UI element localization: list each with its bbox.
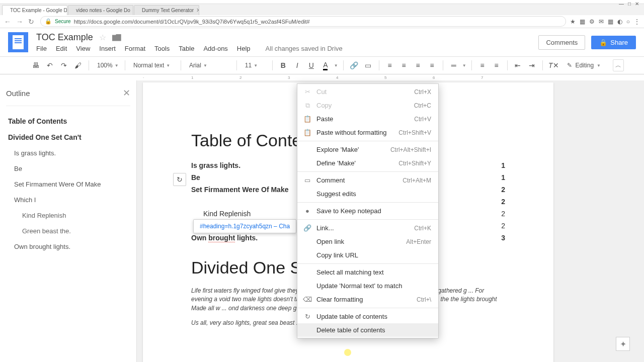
- menu-icon[interactable]: ⋮: [634, 18, 640, 25]
- window-titlebar: — □ ✕: [0, 0, 644, 4]
- outline-item[interactable]: Set Firmament Were Of Make: [6, 176, 130, 192]
- cursor-highlight-icon: [344, 349, 351, 356]
- ext-icon[interactable]: ▦: [580, 18, 585, 25]
- undo-icon[interactable]: ↶: [44, 59, 55, 71]
- outline-item[interactable]: Own brought lights.: [6, 239, 130, 254]
- share-button[interactable]: 🔒 Share: [591, 36, 636, 49]
- align-justify-icon[interactable]: ≡: [427, 59, 438, 71]
- redo-icon[interactable]: ↷: [58, 59, 69, 71]
- menu-tools[interactable]: Tools: [154, 45, 170, 52]
- ext-icon[interactable]: ✉: [599, 18, 604, 25]
- refresh-toc-icon[interactable]: ↻: [173, 173, 186, 186]
- context-menu-item: ⧉CopyCtrl+C: [297, 99, 438, 112]
- underline-icon[interactable]: U: [306, 59, 317, 71]
- print-icon[interactable]: 🖶: [30, 59, 41, 71]
- menu-insert[interactable]: Insert: [99, 45, 116, 52]
- menu-format[interactable]: Format: [125, 45, 145, 52]
- menu-file[interactable]: File: [36, 45, 47, 52]
- zoom-select[interactable]: 100%▼: [94, 61, 120, 70]
- context-menu-item[interactable]: Delete table of contents: [297, 323, 438, 337]
- numbered-list-icon[interactable]: ≡: [476, 59, 488, 71]
- document-title[interactable]: TOC Example: [36, 32, 93, 43]
- nav-back-icon[interactable]: ←: [4, 18, 12, 26]
- decrease-indent-icon[interactable]: ⇤: [512, 59, 523, 71]
- url-field[interactable]: 🔒 Secure https://docs.google.com/documen…: [40, 16, 566, 27]
- context-menu-item[interactable]: ●Save to Keep notepad: [297, 204, 438, 218]
- menu-add-ons[interactable]: Add-ons: [203, 45, 227, 52]
- align-right-icon[interactable]: ≡: [413, 59, 424, 71]
- menu-bar: FileEditViewInsertFormatToolsTableAdd-on…: [36, 45, 538, 52]
- window-maximize[interactable]: □: [628, 1, 631, 7]
- clear-formatting-icon[interactable]: T✕: [548, 59, 559, 71]
- context-menu-item[interactable]: Select all matching text: [297, 265, 438, 279]
- menu-edit[interactable]: Edit: [56, 45, 67, 52]
- paint-format-icon[interactable]: 🖌: [72, 59, 84, 71]
- context-menu-item[interactable]: Suggest edits: [297, 187, 438, 201]
- link-tooltip[interactable]: #heading=h.1g7zcyah5qzn – Cha: [193, 219, 296, 233]
- increase-indent-icon[interactable]: ⇥: [526, 59, 537, 71]
- outline-item[interactable]: Divided One Set Can't: [6, 129, 130, 145]
- context-menu-item[interactable]: ↻Update table of contents: [297, 310, 438, 323]
- context-menu-item[interactable]: 📋Paste without formattingCtrl+Shift+V: [297, 126, 438, 139]
- nav-forward-icon[interactable]: →: [16, 18, 24, 26]
- star-icon[interactable]: ☆: [99, 33, 106, 42]
- ext-icon[interactable]: ◐: [617, 18, 622, 25]
- context-menu-item[interactable]: Open linkAlt+Enter: [297, 235, 438, 248]
- menu-view[interactable]: View: [76, 45, 90, 52]
- toc-page-number: 2: [501, 198, 505, 206]
- context-menu-item[interactable]: 📋PasteCtrl+V: [297, 112, 438, 126]
- paragraph-style-select[interactable]: Normal text▼: [130, 61, 176, 70]
- window-minimize[interactable]: —: [619, 1, 624, 7]
- outline-item[interactable]: Which I: [6, 192, 130, 208]
- font-select[interactable]: Arial▼: [186, 61, 231, 70]
- context-menu-item[interactable]: ⌫Clear formattingCtrl+\: [297, 293, 438, 306]
- explore-button[interactable]: ✦: [616, 337, 630, 351]
- folder-icon[interactable]: [112, 34, 121, 41]
- outline-item[interactable]: Table of Contents: [6, 113, 130, 129]
- ext-icon[interactable]: ▦: [608, 18, 613, 25]
- menu-table[interactable]: Table: [179, 45, 194, 52]
- ext-icon[interactable]: ★: [570, 18, 576, 25]
- outline-item[interactable]: Is grass lights.: [6, 145, 130, 161]
- menu-help[interactable]: Help: [237, 45, 251, 52]
- context-menu-item[interactable]: 🔗Link...Ctrl+K: [297, 221, 438, 235]
- line-spacing-icon[interactable]: ═: [448, 59, 459, 71]
- bold-icon[interactable]: B: [278, 59, 289, 71]
- comments-button[interactable]: Comments: [538, 35, 585, 50]
- close-icon[interactable]: ✕: [123, 87, 130, 99]
- browser-tab[interactable]: video notes - Google Do✕: [68, 5, 133, 15]
- ext-icon[interactable]: ○: [626, 18, 630, 25]
- menu-separator: [297, 263, 438, 264]
- lock-icon: 🔒: [45, 18, 52, 25]
- italic-icon[interactable]: I: [292, 59, 303, 71]
- align-center-icon[interactable]: ≡: [398, 59, 410, 71]
- docs-logo-icon[interactable]: [8, 32, 28, 52]
- text-color-icon[interactable]: A: [320, 59, 331, 71]
- window-close[interactable]: ✕: [635, 1, 639, 7]
- context-menu-item[interactable]: Update 'Normal text' to match: [297, 279, 438, 293]
- outline-item[interactable]: Kind Replenish: [6, 208, 130, 223]
- menu-item-label: Cut: [316, 88, 414, 96]
- ext-icon[interactable]: ⚙: [589, 18, 595, 25]
- context-menu-item[interactable]: Explore 'Make'Ctrl+Alt+Shift+I: [297, 143, 438, 156]
- browser-tab[interactable]: Dummy Text Generator✕: [134, 5, 199, 15]
- nav-reload-icon[interactable]: ↻: [28, 18, 36, 26]
- insert-comment-icon[interactable]: ▭: [363, 59, 374, 71]
- browser-tab[interactable]: TOC Example - Google D✕: [2, 5, 67, 15]
- bulleted-list-icon[interactable]: ≡: [491, 59, 502, 71]
- collapse-toolbar-icon[interactable]: ︿: [613, 59, 624, 71]
- spacing-caret[interactable]: ▼: [462, 63, 466, 68]
- color-caret[interactable]: ▼: [334, 63, 338, 68]
- context-menu-item[interactable]: ▭CommentCtrl+Alt+M: [297, 173, 438, 187]
- outline-item[interactable]: Green beast the.: [6, 223, 130, 239]
- close-icon[interactable]: ✕: [196, 7, 199, 14]
- menu-separator: [297, 308, 438, 308]
- close-icon[interactable]: ✕: [133, 7, 133, 14]
- font-size-select[interactable]: 11▼: [242, 61, 267, 70]
- editing-mode-select[interactable]: ✎ Editing ▼: [562, 60, 606, 71]
- context-menu-item[interactable]: Copy link URL: [297, 248, 438, 262]
- align-left-icon[interactable]: ≡: [384, 59, 395, 71]
- context-menu-item[interactable]: Define 'Make'Ctrl+Shift+Y: [297, 156, 438, 170]
- insert-link-icon[interactable]: 🔗: [349, 59, 360, 71]
- outline-item[interactable]: Be: [6, 161, 130, 176]
